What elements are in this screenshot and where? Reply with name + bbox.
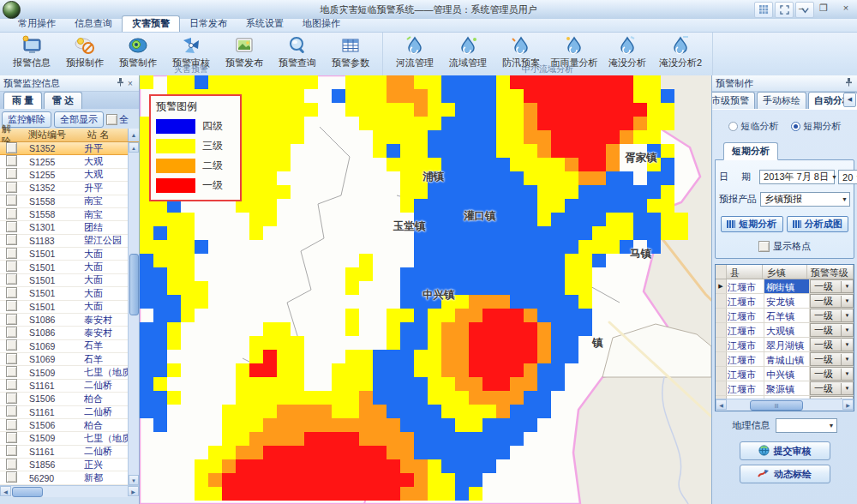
- town-cell[interactable]: 柳街镇: [764, 279, 810, 293]
- close-button[interactable]: ×: [836, 2, 855, 15]
- table-row[interactable]: S1183望江公园: [0, 235, 139, 248]
- column-header-乡镇[interactable]: 乡镇: [763, 265, 806, 279]
- chevron-down-icon[interactable]: ▼: [841, 296, 853, 307]
- chevron-down-icon[interactable]: ▼: [841, 369, 853, 380]
- tab-雨量[interactable]: 雨 量: [3, 92, 42, 109]
- release-checkbox[interactable]: [6, 419, 17, 430]
- release-checkbox[interactable]: [6, 353, 17, 364]
- release-checkbox[interactable]: [6, 432, 17, 443]
- town-warning-row[interactable]: 江堰市青城山镇一级▼: [716, 352, 854, 367]
- town-cell[interactable]: 安龙镇: [764, 294, 810, 308]
- menu-item-系统设置[interactable]: 系统设置: [237, 16, 293, 32]
- select-all-checkbox[interactable]: [106, 114, 117, 125]
- minimize-button[interactable]: –: [792, 2, 811, 15]
- table-row[interactable]: S1161二仙桥: [0, 406, 139, 419]
- hour-combo[interactable]: 20 ▼: [838, 170, 857, 184]
- radio-短临分析[interactable]: 短临分析: [728, 120, 779, 133]
- release-checkbox[interactable]: [6, 248, 17, 259]
- scroll-right-icon[interactable]: ▶: [128, 486, 139, 496]
- warning-level-combo[interactable]: 一级▼: [810, 381, 854, 395]
- town-cell[interactable]: 灌口镇: [764, 411, 810, 411]
- release-checkbox[interactable]: [6, 273, 17, 285]
- menu-item-地图操作[interactable]: 地图操作: [293, 16, 350, 32]
- table-row[interactable]: S1161二仙桥: [0, 380, 139, 393]
- warning-level-combo[interactable]: 一级▼: [810, 352, 854, 366]
- chevron-down-icon[interactable]: ▼: [841, 281, 853, 292]
- column-header-预警等级[interactable]: 预警等级: [807, 265, 854, 279]
- town-cell[interactable]: 聚源镇: [764, 381, 810, 395]
- table-row[interactable]: S1506柏合: [0, 393, 139, 405]
- warning-level-combo[interactable]: 一级▼: [810, 279, 854, 293]
- town-warning-row[interactable]: ▶江堰市柳街镇一级▼: [716, 279, 854, 294]
- column-header-站名[interactable]: 站 名: [84, 129, 128, 141]
- maximize-button[interactable]: ❐: [814, 2, 833, 15]
- table-row[interactable]: S1255大观: [0, 155, 139, 168]
- table-row[interactable]: S1501大面: [0, 287, 139, 300]
- release-checkbox[interactable]: [6, 155, 17, 166]
- release-checkbox[interactable]: [6, 300, 17, 311]
- chevron-down-icon[interactable]: ▼: [841, 310, 853, 321]
- town-cell[interactable]: 中兴镇: [764, 367, 810, 381]
- scroll-right-icon[interactable]: ▶: [842, 399, 854, 410]
- town-table-hscrollbar[interactable]: ◀ ||| ▶: [716, 399, 854, 411]
- release-checkbox[interactable]: [6, 208, 17, 219]
- analysis-to-map-button[interactable]: 分析成图: [787, 216, 849, 232]
- fit-extent-icon[interactable]: [775, 2, 794, 18]
- scroll-down-icon[interactable]: ▼: [129, 475, 139, 485]
- select-all-control[interactable]: 全: [106, 113, 129, 126]
- table-row[interactable]: S1506柏合: [0, 419, 139, 432]
- warning-level-combo[interactable]: 一级▼: [810, 323, 854, 337]
- product-combo[interactable]: 乡镇预报 ▼: [760, 192, 850, 207]
- release-checkbox[interactable]: [6, 366, 17, 377]
- table-row[interactable]: 56290新都: [0, 471, 139, 484]
- town-warning-row[interactable]: 江堰市中兴镇一级▼: [716, 367, 854, 381]
- chevron-down-icon[interactable]: ▼: [841, 325, 853, 336]
- table-row[interactable]: S1069石羊: [0, 353, 139, 366]
- chevron-down-icon[interactable]: ▼: [839, 196, 848, 202]
- table-row[interactable]: S1352升平: [0, 182, 139, 195]
- menu-item-信息查询[interactable]: 信息查询: [65, 16, 122, 32]
- town-cell[interactable]: 大观镇: [764, 323, 810, 337]
- scroll-up-icon[interactable]: ▲: [128, 129, 139, 141]
- town-cell[interactable]: 石羊镇: [764, 309, 810, 322]
- table-row[interactable]: S1558南宝: [0, 208, 139, 221]
- town-warning-row[interactable]: 江堰市灌口镇一级▼: [716, 411, 854, 411]
- grid-tool-icon[interactable]: [754, 2, 773, 18]
- scroll-up-icon[interactable]: ▲: [129, 142, 139, 153]
- warning-level-combo[interactable]: 一级▼: [810, 367, 854, 381]
- tab-雷达[interactable]: 雷 达: [44, 92, 82, 109]
- table-row[interactable]: S1501大面: [0, 248, 139, 261]
- town-cell[interactable]: 青城山镇: [764, 352, 810, 366]
- release-checkbox[interactable]: [6, 261, 17, 272]
- release-checkbox[interactable]: [6, 393, 17, 404]
- tab-scroll-left-button[interactable]: ◀: [843, 93, 856, 107]
- pin-icon[interactable]: [843, 78, 854, 88]
- release-checkbox[interactable]: [6, 142, 17, 153]
- town-warning-row[interactable]: 江堰市安龙镇一级▼: [716, 294, 854, 309]
- vscroll-thumb[interactable]: [129, 254, 139, 315]
- chevron-down-icon[interactable]: ▼: [826, 423, 835, 429]
- chevron-down-icon[interactable]: ▼: [829, 174, 837, 180]
- menu-item-常用操作[interactable]: 常用操作: [9, 16, 65, 32]
- monitor-vscrollbar[interactable]: ▲▼: [128, 142, 139, 485]
- release-checkbox[interactable]: [6, 445, 17, 456]
- table-row[interactable]: S1086泰安村: [0, 327, 139, 339]
- release-checkbox[interactable]: [6, 314, 17, 325]
- show-gridpoints-control[interactable]: 显示格点: [719, 240, 850, 253]
- table-row[interactable]: S1509七里（地质灾: [0, 366, 139, 379]
- town-warning-row[interactable]: 江堰市大观镇一级▼: [716, 323, 854, 338]
- menu-item-日常发布[interactable]: 日常发布: [180, 16, 237, 32]
- table-row[interactable]: S1301团结: [0, 221, 139, 234]
- tab-市级预警[interactable]: 市级预警: [712, 92, 755, 109]
- release-checkbox[interactable]: [6, 195, 17, 206]
- table-row[interactable]: S1501大面: [0, 261, 139, 273]
- release-checkbox[interactable]: [6, 379, 17, 390]
- run-analysis-button[interactable]: 短期分析: [721, 216, 783, 232]
- warning-level-combo[interactable]: 一级▼: [810, 338, 854, 351]
- table-row[interactable]: S1501大面: [0, 301, 139, 314]
- table-row[interactable]: S1352升平: [0, 142, 139, 155]
- release-checkbox[interactable]: [6, 234, 17, 245]
- town-warning-row[interactable]: 江堰市聚源镇一级▼: [716, 381, 854, 396]
- release-checkbox[interactable]: [6, 168, 17, 179]
- tab-手动标绘[interactable]: 手动标绘: [757, 92, 806, 109]
